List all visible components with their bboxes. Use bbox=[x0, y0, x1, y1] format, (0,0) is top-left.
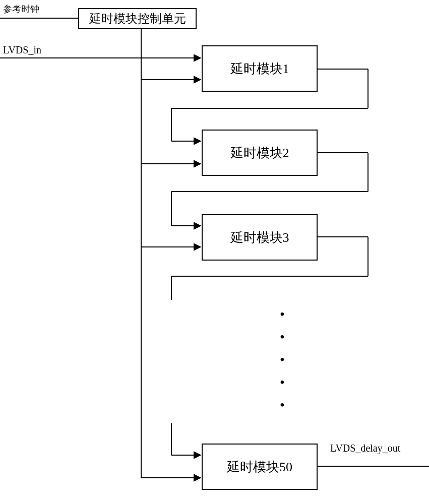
delay-module-3-box: 延时模块3 bbox=[202, 214, 318, 261]
ellipsis-dot-icon: • bbox=[280, 398, 285, 412]
lvds-in-label: LVDS_in bbox=[3, 44, 41, 56]
ellipsis-dot-icon: • bbox=[280, 375, 285, 390]
delay-module-3-text: 延时模块3 bbox=[230, 229, 289, 246]
ellipsis-dot-icon: • bbox=[280, 330, 285, 344]
delay-module-2-text: 延时模块2 bbox=[230, 144, 289, 162]
delay-module-50-text: 延时模块50 bbox=[227, 458, 292, 476]
lvds-delay-out-label: LVDS_delay_out bbox=[330, 443, 400, 454]
delay-module-1-box: 延时模块1 bbox=[202, 45, 318, 92]
ref-clock-label: 参考时钟 bbox=[3, 3, 39, 15]
delay-module-50-box: 延时模块50 bbox=[202, 444, 318, 490]
control-unit-text: 延时模块控制单元 bbox=[89, 11, 186, 27]
ellipsis-dot-icon: • bbox=[280, 353, 285, 367]
delay-module-1-text: 延时模块1 bbox=[230, 60, 289, 78]
control-unit-box: 延时模块控制单元 bbox=[78, 8, 197, 29]
delay-module-2-box: 延时模块2 bbox=[202, 130, 318, 176]
ellipsis-dot-icon: • bbox=[280, 307, 285, 322]
